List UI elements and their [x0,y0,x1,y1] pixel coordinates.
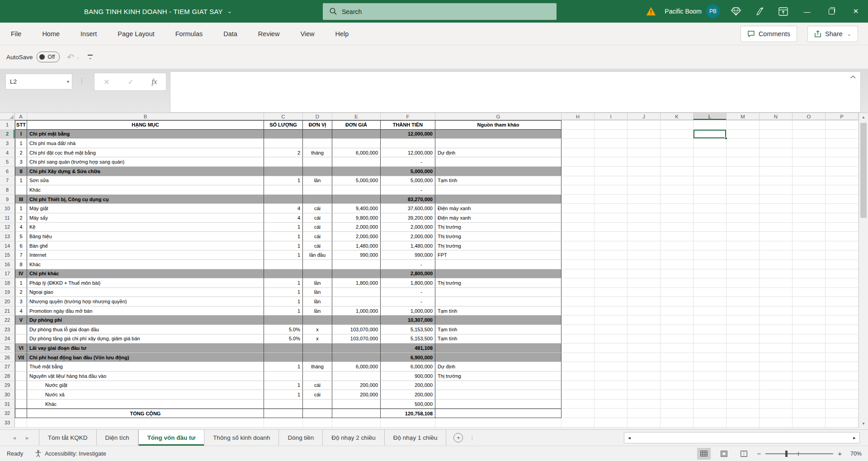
cell-N19[interactable] [760,288,793,297]
cell-G3[interactable] [435,139,561,148]
cell-O14[interactable] [793,241,826,251]
zoom-in-icon[interactable]: + [838,450,842,457]
sheet-tab-độ-nhạy-1-chiều[interactable]: Độ nhạy 1 chiều [385,430,447,446]
column-header-G[interactable]: G [435,113,561,120]
cell-D21[interactable]: lần [303,306,332,316]
cell-K14[interactable] [660,241,693,251]
cell-D3[interactable] [303,139,332,148]
row-header-10[interactable]: 10 [0,204,15,213]
cell-B19[interactable]: Ngoại giao [27,288,264,297]
cell-E24[interactable]: 103,070,000 [332,334,381,344]
zoom-level[interactable]: 70% [846,451,862,457]
cell-B23[interactable]: Dự phòng thua lỗ giai đoạn đầu [27,325,264,334]
row-header-5[interactable]: 5 [0,157,15,167]
cell-C30[interactable]: 1 [264,390,303,400]
row-header-22[interactable]: 22 [0,315,15,325]
cell-O30[interactable] [793,390,826,400]
cell-C32[interactable] [264,409,303,418]
collapse-formula-bar-icon[interactable] [850,75,856,79]
cell-O24[interactable] [793,334,826,344]
cell-B18[interactable]: Pháp lý (ĐKKD + Thuế môn bài) [27,278,264,288]
cell-H18[interactable] [561,278,594,288]
cell-L21[interactable] [693,306,726,316]
cell-C17[interactable] [264,269,303,279]
cell-N27[interactable] [760,362,793,372]
cell-H17[interactable] [561,269,594,279]
cell-K13[interactable] [660,232,693,241]
cell-H26[interactable] [561,353,594,362]
column-header-C[interactable]: C [264,113,303,120]
cell-P29[interactable] [826,381,859,390]
cell-N3[interactable] [760,139,793,148]
cell-I8[interactable] [594,185,627,195]
page-break-view-button[interactable] [737,448,750,460]
cell-B7[interactable]: Sơn sửa [27,176,264,186]
cell-I3[interactable] [594,139,627,148]
cell-D4[interactable]: tháng [303,148,332,158]
column-header-J[interactable]: J [627,113,660,120]
cell-P6[interactable] [826,167,859,176]
cell-N12[interactable] [760,223,793,232]
row-header-27[interactable]: 27 [0,362,15,372]
cell-L26[interactable] [693,353,726,362]
accessibility-status[interactable]: Accessibility: Investigate [35,450,106,457]
cell-N1[interactable] [760,120,793,130]
cell-F6[interactable]: 5,000,000 [381,167,435,176]
cell-J3[interactable] [627,139,660,148]
cell-A22[interactable]: V [15,315,27,325]
cell-B30[interactable]: Nước xả [27,390,264,400]
row-header-18[interactable]: 18 [0,278,15,288]
cell-M26[interactable] [726,353,760,362]
cell-I20[interactable] [594,297,627,306]
row-header-19[interactable]: 19 [0,288,15,297]
cell-K4[interactable] [660,148,693,158]
cell-L31[interactable] [693,400,726,409]
cell-A30[interactable] [15,390,27,400]
cell-O19[interactable] [793,288,826,297]
cell-F14[interactable]: 1,480,000 [381,241,435,251]
cell-P13[interactable] [826,232,859,241]
cell-H4[interactable] [561,148,594,158]
cell-N21[interactable] [760,306,793,316]
cell-P22[interactable] [826,315,859,325]
cell-D27[interactable]: tháng [303,362,332,372]
cell-G13[interactable]: Thị trường [435,232,561,241]
column-header-F[interactable]: F [381,113,435,120]
cell-C24[interactable]: 5.0% [264,334,303,344]
cell-M33[interactable] [726,418,760,428]
cell-B33[interactable] [27,418,264,428]
sheet-tab-tóm-tắt-kqkd[interactable]: Tóm tắt KQKD [39,430,97,446]
cell-E31[interactable] [332,400,381,409]
cell-M22[interactable] [726,315,760,325]
cell-N20[interactable] [760,297,793,306]
ribbon-tab-view[interactable]: View [300,30,314,38]
row-header-24[interactable]: 24 [0,334,15,344]
cell-E13[interactable]: 2,000,000 [332,232,381,241]
cell-D10[interactable]: cái [303,204,332,213]
row-header-16[interactable]: 16 [0,260,15,269]
row-header-29[interactable]: 29 [0,381,15,390]
cell-L6[interactable] [693,167,726,176]
cell-F5[interactable]: - [381,157,435,167]
cell-D26[interactable] [303,353,332,362]
cell-L27[interactable] [693,362,726,372]
cell-G24[interactable]: Tạm tính [435,334,561,344]
cell-A1[interactable]: STT [15,120,27,130]
sheet-options-dots-icon[interactable]: ⋮ [469,430,475,446]
cell-D25[interactable] [303,343,332,353]
cell-E26[interactable] [332,353,381,362]
cell-K25[interactable] [660,343,693,353]
cell-K11[interactable] [660,213,693,223]
share-button[interactable]: Share ⌄ [807,26,858,42]
cell-G12[interactable]: Thị trường [435,223,561,232]
cell-K6[interactable] [660,167,693,176]
cell-H22[interactable] [561,315,594,325]
cell-O21[interactable] [793,306,826,316]
column-header-E[interactable]: E [332,113,381,120]
cell-K18[interactable] [660,278,693,288]
cell-N29[interactable] [760,381,793,390]
cell-N23[interactable] [760,325,793,334]
cell-I21[interactable] [594,306,627,316]
cell-K21[interactable] [660,306,693,316]
sheet-nav-left-icon[interactable]: ◄ [12,435,17,441]
